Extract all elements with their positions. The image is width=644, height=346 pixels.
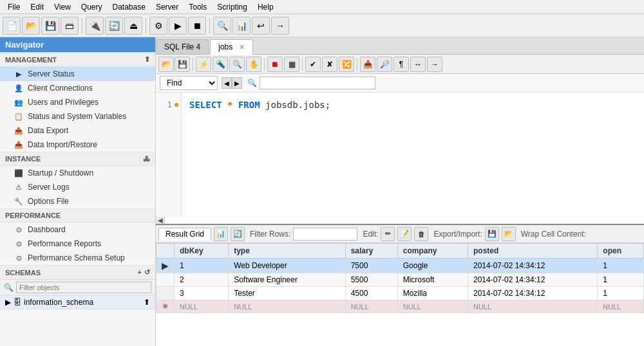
schemas-refresh-icon[interactable]: ↺ xyxy=(144,268,150,277)
nav-performance-reports[interactable]: ⊙ Performance Reports xyxy=(0,237,155,251)
sql-code-area[interactable]: SELECT * FROM jobsdb.jobs; xyxy=(182,93,644,217)
import-btn[interactable]: 📥 xyxy=(360,57,375,72)
col-dbkey[interactable]: dbKey xyxy=(175,244,229,259)
search-btn[interactable]: 🔍 xyxy=(229,57,245,72)
format-btn[interactable]: ¶ xyxy=(393,57,409,72)
word-wrap-button[interactable]: ↩ xyxy=(252,17,270,35)
find-search-input[interactable] xyxy=(260,77,375,89)
new-file-button[interactable]: 📄 xyxy=(3,17,21,35)
tab-close-icon[interactable]: ✕ xyxy=(239,43,245,51)
result-grid-tab[interactable]: Result Grid xyxy=(158,228,211,241)
col-open[interactable]: open xyxy=(598,244,644,259)
col-type[interactable]: type xyxy=(229,244,345,259)
grid-btn[interactable]: ▦ xyxy=(284,57,299,72)
menu-edit[interactable]: Edit xyxy=(25,1,49,13)
properties-button[interactable]: ⚙ xyxy=(149,17,167,35)
export-btn[interactable]: 💾 xyxy=(485,227,499,241)
nav-server-status[interactable]: ▶ Server Status xyxy=(0,67,155,81)
refresh-btn[interactable]: 🔄 xyxy=(231,227,245,241)
menu-scripting[interactable]: Scripting xyxy=(212,1,252,13)
menu-tools[interactable]: Tools xyxy=(184,1,212,13)
nav-users-privileges[interactable]: 👥 Users and Privileges xyxy=(0,95,155,109)
open-folder-btn[interactable]: 📂 xyxy=(158,57,174,72)
find-mode-select[interactable]: Find xyxy=(160,76,218,90)
chart-btn[interactable]: 📊 xyxy=(214,227,228,241)
explain-button[interactable]: 📊 xyxy=(232,17,251,35)
dashboard-icon: ⊙ xyxy=(13,224,24,235)
open-file-button[interactable]: 📂 xyxy=(22,17,40,35)
table-row-null[interactable]: ✱ NULL NULL NULL NULL NULL NULL xyxy=(156,300,644,313)
export-btn[interactable]: 🔎 xyxy=(377,57,392,72)
comment-button[interactable]: → xyxy=(271,17,289,35)
menu-server[interactable]: Server xyxy=(151,1,184,13)
menu-file[interactable]: File xyxy=(3,1,25,13)
commit-btn[interactable]: ✔ xyxy=(305,57,321,72)
sql-button[interactable]: 🗃 xyxy=(61,17,79,35)
schema-information-schema[interactable]: ▶ 🗄 information_schema ⬆ xyxy=(0,296,155,309)
stop-exec-btn[interactable]: ⏹ xyxy=(267,57,283,72)
arrow-right-btn[interactable]: → xyxy=(427,57,442,72)
execute-selection-btn[interactable]: 🔦 xyxy=(213,57,228,72)
instance-section-title: INSTANCE 🖧 xyxy=(0,152,155,166)
nav-data-import[interactable]: 📥 Data Import/Restore xyxy=(0,138,155,152)
nav-server-logs[interactable]: ⚠ Server Logs xyxy=(0,180,155,194)
nav-startup-shutdown[interactable]: ⬛ Startup / Shutdown xyxy=(0,166,155,180)
filter-rows-input[interactable] xyxy=(293,228,357,241)
nav-performance-schema-setup[interactable]: ⊙ Performance Schema Setup xyxy=(0,251,155,265)
edit3-btn[interactable]: 🗑 xyxy=(414,227,428,241)
tab-jobs[interactable]: jobs ✕ xyxy=(210,39,252,55)
find-next-btn[interactable]: ▶ xyxy=(232,77,242,89)
save-button[interactable]: 💾 xyxy=(41,17,59,35)
cell-type: Web Developer xyxy=(229,259,345,273)
filter-search-icon: 🔍 xyxy=(4,283,14,292)
cell-dbkey: 1 xyxy=(175,259,229,273)
nav-data-export[interactable]: 📤 Data Export xyxy=(0,123,155,138)
rollback-btn[interactable]: ✘ xyxy=(322,57,337,72)
inspect-button[interactable]: 🔍 xyxy=(213,17,231,35)
results-table-wrap[interactable]: dbKey type salary company posted open ▶ xyxy=(156,243,644,346)
disconnect-button[interactable]: ⏏ xyxy=(124,17,142,35)
col-company[interactable]: company xyxy=(397,244,468,259)
line-numbers: 1 xyxy=(156,93,182,217)
nav-client-connections[interactable]: 👤 Client Connections xyxy=(0,81,155,95)
menu-help[interactable]: Help xyxy=(252,1,279,13)
execute-btn[interactable]: ⚡ xyxy=(196,57,211,72)
schema-filter-input[interactable] xyxy=(16,282,151,293)
run-button[interactable]: ▶ xyxy=(169,17,187,35)
schemas-add-icon[interactable]: + xyxy=(138,268,142,277)
options-icon: 🔧 xyxy=(13,196,24,206)
cell-type: Software Engineer xyxy=(229,273,345,287)
col-salary[interactable]: salary xyxy=(345,244,397,259)
table-row[interactable]: ▶ 1 Web Developer 7500 Google 2014-07-02… xyxy=(156,259,644,273)
connect-button[interactable]: 🔌 xyxy=(86,17,104,35)
cell-company: Mozilla xyxy=(397,287,468,300)
save-file-btn[interactable]: 💾 xyxy=(175,57,190,72)
sql-editor[interactable]: 1 SELECT * FROM jobsdb.jobs; xyxy=(156,93,644,217)
stop-button[interactable]: ⏹ xyxy=(188,17,206,35)
edit-btn[interactable]: ✏ xyxy=(381,227,395,241)
cell-type: Tester xyxy=(229,287,345,300)
hand-btn[interactable]: ✋ xyxy=(246,57,261,72)
table-row[interactable]: 3 Tester 4500 Mozilla 2014-07-02 14:34:1… xyxy=(156,287,644,300)
nav-dashboard[interactable]: ⊙ Dashboard xyxy=(0,223,155,237)
col-indicator xyxy=(156,244,175,259)
schema-arrow-icon: ⬆ xyxy=(144,298,150,307)
menu-query[interactable]: Query xyxy=(76,1,108,13)
menu-view[interactable]: View xyxy=(49,1,76,13)
reconnect-button[interactable]: 🔄 xyxy=(105,17,123,35)
tab-sql-file-4[interactable]: SQL File 4 xyxy=(156,39,209,54)
menu-database[interactable]: Database xyxy=(108,1,151,13)
breakpoint-dot xyxy=(175,103,178,107)
table-row[interactable]: 2 Software Engineer 5500 Microsoft 2014-… xyxy=(156,273,644,287)
collapse-bar[interactable]: ◀ xyxy=(156,217,165,224)
toggle-btn[interactable]: 🔀 xyxy=(339,57,354,72)
import-btn[interactable]: 📂 xyxy=(502,227,516,241)
nav-options-file[interactable]: 🔧 Options File xyxy=(0,194,155,208)
find-prev-btn[interactable]: ◀ xyxy=(222,77,232,89)
wrap-btn[interactable]: ↔ xyxy=(410,57,426,72)
col-posted[interactable]: posted xyxy=(468,244,597,259)
nav-status-system-vars[interactable]: 📋 Status and System Variables xyxy=(0,109,155,123)
edit2-btn[interactable]: 📝 xyxy=(397,227,412,241)
schema-db-icon: 🗄 xyxy=(14,298,21,307)
management-expand-icon[interactable]: ⬆ xyxy=(144,55,150,64)
